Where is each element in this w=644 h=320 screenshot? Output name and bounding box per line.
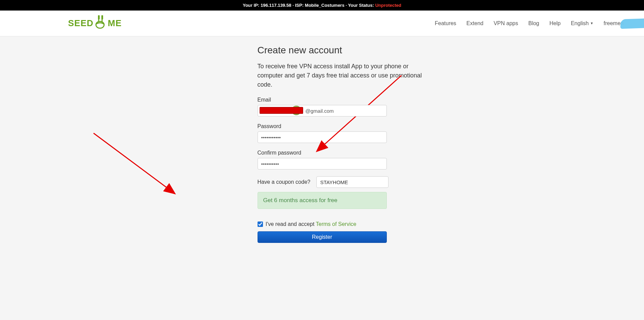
ip-status-bar: Your IP: 196.117.139.58 · ISP: Mobile_Co… xyxy=(0,0,644,11)
form-container: Create new account To receive free VPN a… xyxy=(258,45,387,243)
confirm-password-input[interactable] xyxy=(258,158,387,170)
page-title: Create new account xyxy=(258,45,387,56)
confirm-password-group: Confirm password xyxy=(258,150,387,170)
tos-row: I've read and accept Terms of Service xyxy=(258,221,387,227)
logo-icon xyxy=(94,15,108,31)
nav-extend[interactable]: Extend xyxy=(466,20,483,26)
password-group: Password xyxy=(258,123,387,143)
svg-rect-2 xyxy=(101,15,103,19)
brand-logo[interactable]: SEED ME xyxy=(68,15,122,31)
chevron-down-icon: ▼ xyxy=(590,21,593,25)
tos-link[interactable]: Terms of Service xyxy=(316,221,356,227)
annotation-arrow-left xyxy=(92,131,180,201)
password-label: Password xyxy=(258,123,387,129)
password-input[interactable] xyxy=(258,131,387,143)
main-navbar: SEED ME Features Extend VPN apps Blog He… xyxy=(0,11,644,36)
ip-value: 196.117.139.58 xyxy=(261,3,291,8)
nav-language-dropdown[interactable]: English ▼ xyxy=(571,20,593,26)
status-value: Unprotected xyxy=(375,3,401,8)
ip-label: Your IP: xyxy=(243,3,259,8)
coupon-label: Have a coupon code? xyxy=(258,179,311,185)
logo-text-1: SEED xyxy=(68,18,94,29)
page-subtitle: To receive free VPN access install App t… xyxy=(258,62,424,89)
tos-checkbox[interactable] xyxy=(258,221,263,227)
confirm-password-label: Confirm password xyxy=(258,150,387,156)
tos-prefix: I've read and accept xyxy=(266,221,316,227)
isp-value: Mobile_Costumers xyxy=(305,3,344,8)
redaction-swipe xyxy=(620,17,644,29)
nav-user-dropdown[interactable]: freemen xyxy=(604,20,624,26)
status-label: Your Status: xyxy=(348,3,374,8)
page-body: Create new account To receive free VPN a… xyxy=(0,36,644,308)
email-group: Email xyxy=(258,97,387,117)
nav-features[interactable]: Features xyxy=(435,20,456,26)
nav-vpn-apps[interactable]: VPN apps xyxy=(494,20,518,26)
coupon-input[interactable] xyxy=(316,176,389,188)
nav-language-label: English xyxy=(571,20,589,26)
nav-blog[interactable]: Blog xyxy=(528,20,539,26)
email-redaction-bar xyxy=(260,107,303,114)
email-input-wrap xyxy=(258,105,387,117)
tos-text: I've read and accept Terms of Service xyxy=(266,221,357,227)
svg-line-6 xyxy=(94,133,174,193)
coupon-row: Have a coupon code? xyxy=(258,176,387,188)
promo-banner: Get 6 months access for free xyxy=(258,192,387,209)
nav-help[interactable]: Help xyxy=(549,20,561,26)
register-button[interactable]: Register xyxy=(258,231,387,243)
isp-label: ISP: xyxy=(295,3,303,8)
email-label: Email xyxy=(258,97,387,103)
sep2: · xyxy=(346,3,348,8)
svg-rect-1 xyxy=(98,15,100,19)
nav-links: Features Extend VPN apps Blog Help Engli… xyxy=(435,20,624,26)
logo-text-2: ME xyxy=(108,18,122,29)
